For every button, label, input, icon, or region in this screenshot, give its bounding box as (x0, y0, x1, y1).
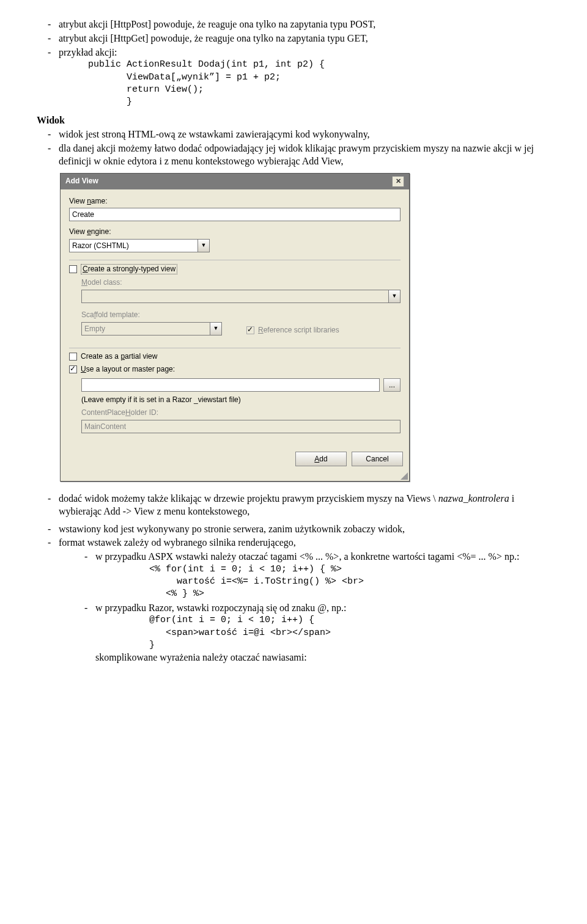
chevron-down-icon: ▼ (210, 322, 222, 336)
scaffold-label: Scaffold template: (81, 310, 401, 320)
bullet: dodać widok możemy także klikając w drze… (48, 493, 550, 518)
check-reference-scripts: Reference script libraries (246, 326, 339, 336)
checkbox-icon[interactable] (69, 353, 77, 361)
bullet: atrybut akcji [HttpGet] powoduje, że rea… (48, 32, 550, 45)
view-engine-value[interactable] (69, 239, 198, 252)
view-engine-select[interactable]: ▼ (69, 239, 210, 252)
dialog-title-text: Add View (65, 177, 98, 186)
model-class-input (81, 290, 388, 303)
text: format wstawek zależy od wybranego silni… (59, 537, 296, 548)
text: w przypadku ASPX wstawki należy otaczać … (95, 551, 519, 562)
model-class-select: ▼ (81, 290, 401, 303)
cancel-button[interactable]: Cancel (352, 452, 403, 466)
check-use-layout[interactable]: Use a layout or master page: (69, 365, 401, 375)
bullet: przykład akcji: public ActionResult Doda… (48, 46, 550, 109)
text-italic: nazwa_kontrolera (438, 493, 509, 504)
bullet: dla danej akcji możemy łatwo dodać odpow… (48, 142, 550, 168)
add-button[interactable]: Add (295, 452, 347, 466)
chevron-down-icon[interactable]: ▼ (198, 239, 210, 252)
resize-grip-icon[interactable] (61, 472, 409, 481)
chevron-down-icon: ▼ (388, 290, 401, 303)
bullet: widok jest stroną HTML-ową ze wstawkami … (48, 128, 550, 141)
cph-input (81, 420, 401, 433)
check-strongly-typed[interactable]: Create a strongly-typed view (69, 264, 401, 275)
bullet: w przypadku ASPX wstawki należy otaczać … (84, 551, 550, 601)
checkbox-icon (246, 326, 254, 334)
dialog-titlebar: Add View ✕ (61, 174, 409, 189)
scaffold-select: ▼ (81, 322, 222, 336)
separator (69, 348, 401, 348)
separator (69, 260, 401, 260)
label: Create a strongly-typed view (81, 264, 177, 275)
close-icon[interactable]: ✕ (392, 176, 404, 187)
label: Use a layout or master page: (81, 365, 175, 375)
view-name-input[interactable] (69, 208, 401, 221)
text: w przypadku Razor, wstawki rozpoczynają … (95, 603, 346, 613)
label: Create as a partial view (81, 352, 157, 362)
label: Reference script libraries (258, 326, 339, 336)
bullet: w przypadku Razor, wstawki rozpoczynają … (84, 602, 550, 664)
browse-button[interactable]: ... (383, 378, 401, 392)
bullet: format wstawek zależy od wybranego silni… (48, 537, 550, 664)
text: dodać widok możemy także klikając w drze… (59, 493, 438, 504)
code-block: @for(int i = 0; i < 10; i++) { <span>war… (149, 614, 550, 651)
code-block: <% for(int i = 0; i < 10; i++) { %> wart… (149, 563, 550, 601)
view-name-label: View name: (69, 197, 401, 207)
view-engine-label: View engine: (69, 227, 401, 237)
checkbox-icon[interactable] (69, 265, 77, 273)
bullet: atrybut akcji [HttpPost] powoduje, że re… (48, 18, 550, 31)
model-class-label: Model class: (81, 278, 401, 288)
layout-path-input[interactable] (81, 378, 380, 392)
cph-label: ContentPlaceHolder ID: (81, 408, 401, 418)
add-view-dialog: Add View ✕ View name: View engine: ▼ Cre… (60, 173, 410, 482)
section-heading: Widok (37, 114, 550, 127)
checkbox-icon[interactable] (69, 365, 77, 373)
text: skomplikowane wyrażenia należy otaczać n… (95, 652, 307, 662)
layout-hint: (Leave empty if it is set in a Razor _vi… (81, 395, 401, 405)
bullet: wstawiony kod jest wykonywany po stronie… (48, 523, 550, 536)
check-partial-view[interactable]: Create as a partial view (69, 352, 401, 362)
scaffold-input (81, 322, 210, 336)
bullet-text: przykład akcji: (59, 47, 117, 57)
code-block: public ActionResult Dodaj(int p1, int p2… (88, 59, 550, 108)
